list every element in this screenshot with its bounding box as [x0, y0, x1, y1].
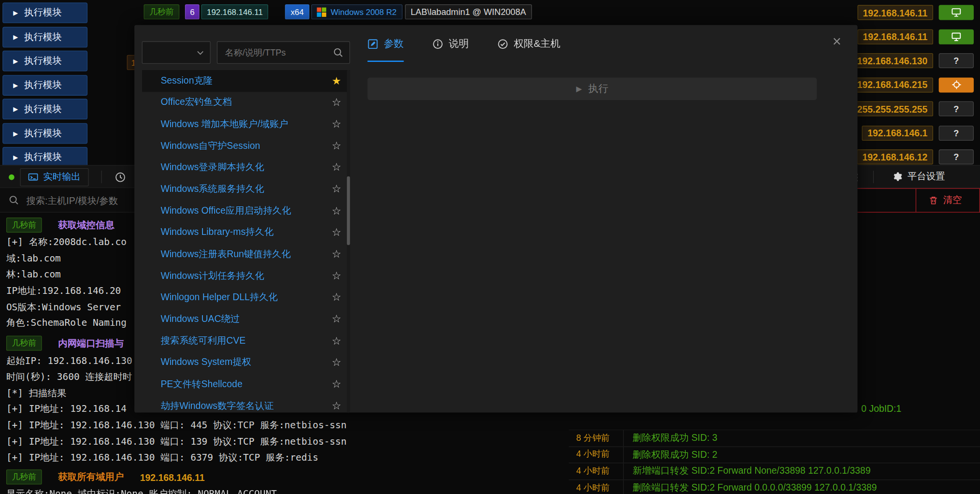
favorite-star-icon[interactable]: ☆	[331, 378, 341, 391]
log-line: [+] IP地址: 192.168.146.130 端口: 139 协议:TCP…	[6, 436, 346, 448]
module-list-scrollbar[interactable]	[347, 70, 350, 413]
module-name: PE文件转Shellcode	[160, 378, 242, 391]
favorite-star-icon[interactable]: ☆	[331, 204, 341, 218]
module-list-item[interactable]: Windows 增加本地账户/域账户☆	[142, 114, 350, 135]
platform-settings-button[interactable]: 平台设置	[892, 166, 945, 188]
log-line: IP地址:192.168.146.20	[6, 285, 121, 297]
log-line: [+] 名称:2008dc.lab.co	[6, 236, 127, 248]
module-search-input[interactable]	[217, 47, 333, 58]
target-icon	[951, 80, 961, 89]
tab-realtime-output[interactable]: 实时输出	[20, 168, 88, 187]
unknown-host-button[interactable]: ?	[939, 102, 974, 116]
log-line: 域:lab.com	[6, 253, 61, 265]
log-line: [+] IP地址: 192.168.146.130 端口: 6379 协议:TC…	[6, 452, 318, 464]
check-circle-icon	[498, 39, 508, 49]
favorite-star-icon[interactable]: ☆	[331, 183, 341, 196]
play-icon: ▶	[13, 9, 18, 16]
execute-module-button[interactable]: ▶执行模块	[2, 123, 87, 144]
module-list-item[interactable]: Windows Library-ms持久化☆	[142, 222, 350, 244]
host-ip-badge: 192.168.146.11	[857, 29, 933, 44]
favorite-star-icon[interactable]: ☆	[331, 226, 341, 239]
module-list-item[interactable]: Windows System提权☆	[142, 352, 350, 374]
favorite-star-icon[interactable]: ☆	[331, 356, 341, 369]
online-status-dot	[9, 174, 14, 180]
execute-module-button[interactable]: ▶执行模块	[2, 147, 87, 168]
open-session-button[interactable]	[939, 5, 974, 20]
module-list-item[interactable]: Windows计划任务持久化☆	[142, 265, 350, 287]
target-host-button[interactable]	[939, 77, 974, 92]
module-list-item[interactable]: 劫持Windows数字签名认证☆	[142, 395, 350, 412]
module-list-item[interactable]: 搜索系统可利用CVE☆	[142, 330, 350, 352]
edit-form-icon	[367, 39, 378, 49]
favorite-star-icon[interactable]: ☆	[331, 161, 341, 174]
tab-realtime-output-label: 实时输出	[43, 171, 81, 183]
log-line: 起始IP: 192.168.146.130 结	[6, 355, 147, 367]
module-list-item[interactable]: Windows UAC绕过☆	[142, 308, 350, 330]
module-list-item[interactable]: Windows Office应用启动持久化☆	[142, 200, 350, 222]
execute-module-button[interactable]: ▶执行模块	[2, 27, 87, 47]
search-icon	[9, 195, 19, 205]
event-time: 4 小时前	[569, 464, 624, 479]
favorite-star-icon[interactable]: ☆	[331, 269, 341, 282]
event-message: 删除权限成功 SID: 3	[624, 432, 718, 444]
log-line: 显示名称:None 域中标识:None 账户控制: NORMAL ACCOUNT	[6, 488, 277, 494]
favorite-star-icon[interactable]: ☆	[331, 399, 341, 412]
module-list-item[interactable]: Session克隆★	[142, 70, 350, 92]
module-name: Session克隆	[160, 75, 213, 87]
log-time-badge: 几秒前	[6, 336, 42, 351]
execute-button[interactable]: ▶ 执行	[367, 77, 817, 100]
host-ip-badge: 192.168.146.12	[857, 149, 933, 164]
execute-module-button[interactable]: ▶执行模块	[2, 2, 87, 23]
search-icon[interactable]	[333, 47, 343, 58]
module-category-select[interactable]	[142, 41, 211, 64]
execute-module-button[interactable]: ▶执行模块	[2, 99, 87, 119]
module-name: Windows自守护Session	[160, 140, 260, 152]
chevron-down-icon	[197, 50, 203, 55]
session-ip-badge: 192.168.146.11	[201, 4, 268, 19]
execute-button-label: 执行	[588, 82, 608, 95]
favorite-star-icon[interactable]: ☆	[331, 117, 341, 131]
module-list-item[interactable]: Windows系统服务持久化☆	[142, 178, 350, 200]
favorite-star-icon[interactable]: ☆	[331, 96, 341, 109]
module-name: Windows System提权	[160, 357, 251, 369]
module-list-item[interactable]: Windows自守护Session☆	[142, 135, 350, 157]
event-message: 删除权限成功 SID: 2	[624, 449, 718, 461]
play-icon: ▶	[576, 85, 582, 93]
question-icon: ?	[953, 152, 959, 162]
unknown-host-button[interactable]: ?	[939, 149, 974, 164]
tab-permissions-hosts[interactable]: 权限&主机	[498, 38, 561, 61]
session-os-badge: Windows 2008 R2	[311, 4, 402, 19]
module-name: Windows注册表Run键值持久化	[160, 248, 291, 261]
scrollbar-thumb[interactable]	[347, 176, 350, 245]
play-icon: ▶	[13, 58, 18, 64]
tab-description[interactable]: 说明	[432, 38, 469, 61]
execute-module-label: 执行模块	[24, 7, 62, 19]
favorite-star-icon[interactable]: ☆	[331, 139, 341, 152]
execute-module-label: 执行模块	[24, 31, 62, 43]
history-clock-icon[interactable]	[115, 172, 126, 183]
unknown-host-button[interactable]: ?	[939, 125, 974, 140]
host-ip-badge: 192.168.146.215	[851, 77, 933, 92]
favorite-star-icon[interactable]: ☆	[331, 334, 341, 348]
play-icon: ▶	[13, 33, 18, 40]
favorite-star-icon[interactable]: ☆	[331, 291, 341, 304]
module-list-item[interactable]: Windows登录脚本持久化☆	[142, 157, 350, 178]
module-list-item[interactable]: Windows注册表Run键值持久化☆	[142, 243, 350, 265]
clear-output-label: 清空	[943, 194, 962, 206]
execute-module-button[interactable]: ▶执行模块	[2, 51, 87, 72]
unknown-host-button[interactable]: ?	[939, 53, 974, 68]
event-time: 8 分钟前	[569, 430, 624, 446]
favorite-star-icon[interactable]: ☆	[331, 247, 341, 261]
open-session-button[interactable]	[939, 29, 974, 44]
module-list-item[interactable]: PE文件转Shellcode☆	[142, 373, 350, 395]
event-log-row: 4 小时前 删除端口转发 SID:2 Forward 0.0.0.0/33899…	[569, 479, 980, 494]
favorite-star-icon[interactable]: ★	[331, 74, 341, 87]
tab-parameters[interactable]: 参数	[367, 38, 404, 62]
execute-module-button[interactable]: ▶执行模块	[2, 75, 87, 96]
close-icon[interactable]: ×	[833, 34, 841, 49]
clear-output-button[interactable]: 清空	[916, 189, 980, 212]
favorite-star-icon[interactable]: ☆	[331, 313, 341, 326]
module-list-item[interactable]: Office宏钓鱼文档☆	[142, 92, 350, 114]
info-icon	[432, 39, 443, 49]
module-list-item[interactable]: Winlogon Helper DLL持久化☆	[142, 287, 350, 308]
